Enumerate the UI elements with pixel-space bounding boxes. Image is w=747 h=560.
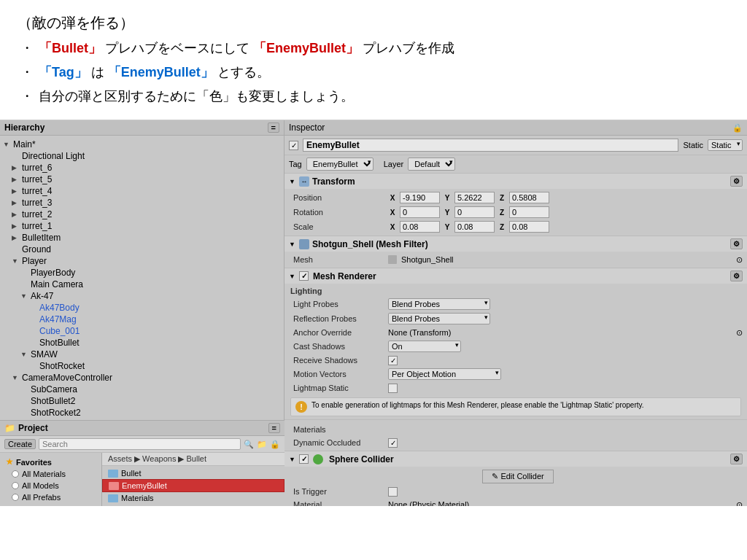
tree-item-ak47body[interactable]: Ak47Body [0, 302, 284, 314]
tree-item-smaw[interactable]: ▼ SMAW [0, 349, 284, 360]
asset-label: Bullet [121, 469, 142, 478]
tree-item-turret3[interactable]: ▶ turret_3 [0, 197, 284, 209]
receive-shadows-checkbox[interactable]: ✓ [388, 356, 398, 365]
arrow-icon: ▼ [12, 374, 20, 381]
position-x-input[interactable] [400, 192, 440, 203]
light-probes-select[interactable]: Blend Probes [388, 298, 490, 310]
tree-item-subcam[interactable]: SubCamera [0, 384, 284, 395]
is-trigger-checkbox[interactable] [388, 487, 398, 497]
folder-project-icon: 📁 [4, 423, 15, 433]
hierarchy-menu-btn[interactable]: = [268, 122, 279, 133]
bullet-1-part-1: 「Bullet」 [39, 41, 101, 55]
left-column: Hierarchy = ▼ Main* Directional Light ▶ … [0, 120, 285, 506]
create-button[interactable]: Create [4, 439, 36, 449]
is-trigger-row: Is Trigger [285, 485, 747, 498]
mesh-row: Mesh Shotgun_Shell ⊙ [285, 253, 747, 266]
project-menu-btn[interactable]: = [268, 423, 280, 433]
bullet-1-part-3: 「EnemyBullet」 [253, 41, 359, 55]
z-label: Z [498, 209, 506, 217]
cast-shadows-select[interactable]: On [388, 341, 461, 352]
inspector-title: Inspector [289, 122, 325, 133]
position-z-input[interactable] [509, 192, 549, 203]
tree-item-main[interactable]: ▼ Main* [0, 139, 284, 150]
tree-label: ShotBullet [38, 338, 80, 348]
folder-icon-btn[interactable]: 📁 [257, 440, 267, 449]
transform-header[interactable]: ▼ ↔ Transform ⚙ [285, 174, 747, 189]
layer-select[interactable]: Default [408, 158, 455, 171]
asset-materials[interactable]: Materials [102, 492, 285, 504]
tree-item-dirlight[interactable]: Directional Light [0, 150, 284, 162]
lightmap-static-checkbox[interactable] [388, 384, 398, 393]
tree-item-turret5[interactable]: ▶ turret_5 [0, 174, 284, 185]
fav-all-materials[interactable]: All Materials [0, 468, 101, 480]
mesh-renderer-enabled-checkbox[interactable]: ✓ [299, 271, 309, 281]
scale-y-input[interactable] [454, 221, 495, 233]
receive-shadows-row: Receive Shadows ✓ [285, 354, 747, 367]
chevron-down-icon: ▼ [289, 273, 296, 280]
tag-select[interactable]: EnemyBullet [306, 158, 374, 171]
hierarchy-tree[interactable]: ▼ Main* Directional Light ▶ turret_6 ▶ t… [0, 136, 284, 420]
tree-item-turret4[interactable]: ▶ turret_4 [0, 185, 284, 197]
dynamic-occluded-row: Dynamic Occluded ✓ [285, 436, 747, 449]
tree-item-shotrocket[interactable]: ShotRocket [0, 360, 284, 372]
fav-all-models[interactable]: All Models [0, 480, 101, 491]
search-icon[interactable]: 🔍 [244, 440, 254, 449]
anchor-override-row: Anchor Override None (Transform) ⊙ [285, 326, 747, 339]
asset-enemy-bullet[interactable]: EnemyBullet [102, 479, 285, 492]
transform-settings-btn[interactable]: ⚙ [730, 176, 743, 187]
mesh-filter-header[interactable]: ▼ Shotgun_Shell (Mesh Filter) ⚙ [285, 236, 747, 252]
material-picker-icon[interactable]: ⊙ [736, 500, 743, 507]
inspector-scroll[interactable]: ✓ Static Static Tag EnemyBullet Layer [285, 136, 747, 506]
tree-item-shotrocket2[interactable]: ShotRocket2 [0, 407, 284, 419]
anchor-picker-icon[interactable]: ⊙ [736, 328, 743, 338]
tree-item-shotbullet2[interactable]: ShotBullet2 [0, 395, 284, 407]
tree-item-maincam[interactable]: Main Camera [0, 279, 284, 290]
circle-icon [12, 470, 19, 478]
dynamic-occluded-checkbox[interactable]: ✓ [388, 438, 398, 448]
search-input[interactable] [39, 438, 241, 450]
tree-item-shotbullet[interactable]: ShotBullet [0, 337, 284, 349]
mesh-filter-settings-btn[interactable]: ⚙ [730, 238, 743, 249]
tree-item-player[interactable]: ▼ Player [0, 255, 284, 267]
rotation-y-input[interactable] [454, 206, 495, 218]
tree-item-ak47[interactable]: ▼ Ak-47 [0, 290, 284, 302]
tree-item-turret1[interactable]: ▶ turret_1 [0, 220, 284, 232]
scale-z-input[interactable] [509, 221, 549, 233]
tree-label: Player [20, 256, 47, 266]
mesh-renderer-settings-btn[interactable]: ⚙ [730, 271, 743, 281]
object-name-field[interactable] [303, 139, 678, 152]
mesh-renderer-title: Mesh Renderer [313, 271, 376, 281]
reflection-probes-select[interactable]: Blend Probes [388, 313, 490, 324]
motion-vectors-select[interactable]: Per Object Motion [388, 368, 501, 380]
mesh-picker-icon[interactable]: ⊙ [736, 255, 743, 265]
lightmap-static-label: Lightmap Static [293, 384, 388, 392]
tree-item-bulletitem[interactable]: ▶ BulletItem [0, 232, 284, 244]
motion-vectors-value: Per Object Motion [388, 368, 743, 380]
tree-item-cameramove[interactable]: ▼ CameraMoveController [0, 372, 284, 384]
position-y-input[interactable] [454, 192, 495, 203]
tree-item-ak47mag[interactable]: Ak47Mag [0, 314, 284, 325]
tree-item-ground[interactable]: Ground [0, 244, 284, 255]
tree-item-playerbody[interactable]: PlayerBody [0, 267, 284, 279]
asset-bullet[interactable]: Bullet [102, 467, 285, 479]
collider-enabled-checkbox[interactable]: ✓ [299, 454, 309, 464]
static-select[interactable]: Static [708, 139, 743, 151]
fav-all-prefabs[interactable]: All Prefabs [0, 491, 101, 503]
active-checkbox[interactable]: ✓ [289, 141, 298, 150]
tree-label: ShotRocket [38, 361, 85, 371]
collider-settings-btn[interactable]: ⚙ [730, 454, 743, 464]
rotation-x-input[interactable] [400, 206, 440, 218]
lock-icon[interactable]: 🔒 [732, 123, 743, 133]
tree-label: Main Camera [29, 279, 83, 289]
scale-x-input[interactable] [400, 221, 440, 233]
tree-item-turret6[interactable]: ▶ turret_6 [0, 162, 284, 174]
tree-item-cube001[interactable]: Cube_001 [0, 325, 284, 337]
bullet-item-1: 「Bullet」 プレハブをベースにして 「EnemyBullet」 プレハブを… [20, 39, 729, 58]
rotation-z-input[interactable] [509, 206, 549, 218]
sphere-collider-header[interactable]: ▼ ✓ Sphere Collider ⚙ [285, 451, 747, 467]
tag-label: Tag [289, 160, 302, 168]
tree-item-turret2[interactable]: ▶ turret_2 [0, 209, 284, 220]
mesh-renderer-header[interactable]: ▼ ✓ Mesh Renderer ⚙ [285, 268, 747, 284]
edit-collider-button[interactable]: ✎ Edit Collider [482, 470, 553, 483]
lock-icon[interactable]: 🔒 [270, 440, 280, 449]
